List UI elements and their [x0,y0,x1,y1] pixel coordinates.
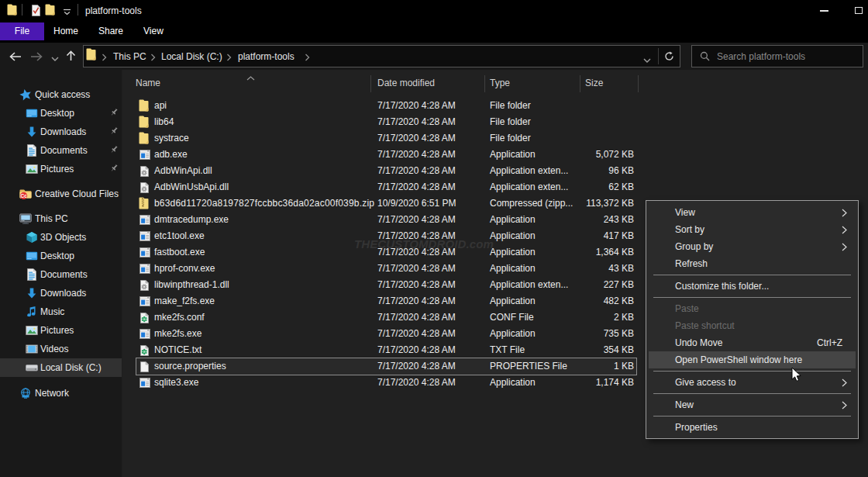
svg-text:Cc: Cc [20,193,27,199]
